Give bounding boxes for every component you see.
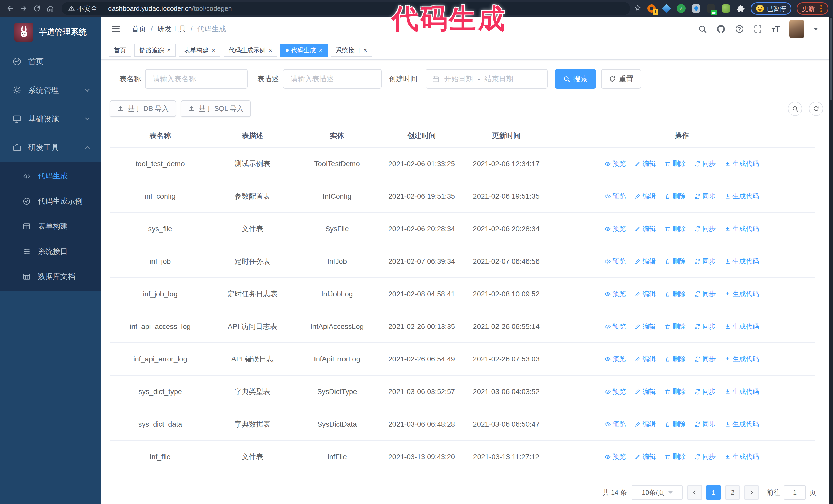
sync-link[interactable]: 同步 (695, 289, 716, 298)
security-chip[interactable]: 不安全 (68, 4, 97, 13)
browser-menu-icon[interactable] (820, 8, 822, 9)
update-browser-button[interactable]: 更新 (796, 2, 828, 15)
goto-page-input[interactable] (784, 485, 806, 500)
generate-code-link[interactable]: 生成代码 (724, 452, 759, 461)
delete-link[interactable]: 删除 (665, 159, 686, 168)
edit-link[interactable]: 编辑 (635, 419, 656, 429)
sidebar-subitem-form-builder[interactable]: 表单构建 (0, 214, 101, 239)
preview-link[interactable]: 预览 (604, 322, 626, 331)
close-icon[interactable]: × (212, 47, 215, 54)
github-icon[interactable] (716, 24, 725, 33)
fullscreen-icon[interactable] (753, 24, 763, 33)
extension-icon-grid[interactable] (691, 4, 701, 13)
prev-page-button[interactable] (687, 485, 702, 500)
sidebar-item-system-management[interactable]: 系统管理 (0, 76, 101, 104)
delete-link[interactable]: 删除 (665, 355, 686, 363)
preview-link[interactable]: 预览 (604, 159, 626, 168)
sidebar-subitem-system-api[interactable]: 系统接口 (0, 239, 101, 264)
extensions-puzzle-icon[interactable] (736, 4, 745, 13)
address-bar[interactable]: 不安全 dashboard.yudao.iocoder.cn/tool/code… (62, 2, 630, 15)
browser-home-icon[interactable] (45, 3, 56, 14)
tab-form-builder[interactable]: 表单构建× (179, 44, 220, 57)
tab-trace[interactable]: 链路追踪× (134, 44, 176, 57)
close-icon[interactable]: × (269, 47, 272, 54)
generate-code-link[interactable]: 生成代码 (724, 289, 759, 298)
edit-link[interactable]: 编辑 (635, 257, 656, 266)
extension-icon-gem[interactable] (662, 4, 671, 13)
generate-code-link[interactable]: 生成代码 (724, 224, 759, 233)
end-date-placeholder[interactable]: 结束日期 (484, 74, 513, 84)
sync-link[interactable]: 同步 (695, 322, 716, 331)
edit-link[interactable]: 编辑 (635, 452, 656, 461)
delete-link[interactable]: 删除 (665, 257, 686, 266)
delete-link[interactable]: 删除 (665, 224, 686, 233)
date-range-picker[interactable]: 开始日期 - 结束日期 (426, 69, 548, 89)
edit-link[interactable]: 编辑 (635, 159, 656, 168)
extension-icon-green[interactable] (721, 4, 731, 13)
start-date-placeholder[interactable]: 开始日期 (444, 74, 473, 84)
preview-link[interactable]: 预览 (604, 224, 626, 233)
sync-link[interactable]: 同步 (695, 387, 716, 396)
tab-home[interactable]: 首页 (109, 44, 131, 57)
tab-codegen[interactable]: 代码生成× (280, 44, 328, 57)
browser-forward-icon[interactable] (18, 3, 29, 14)
delete-link[interactable]: 删除 (665, 452, 686, 461)
browser-reload-icon[interactable] (31, 3, 43, 14)
tab-codegen-example[interactable]: 代码生成示例× (223, 44, 277, 57)
generate-code-link[interactable]: 生成代码 (724, 387, 759, 396)
scrollbar[interactable] (829, 17, 833, 504)
breadcrumb-dev-tools[interactable]: 研发工具 (158, 24, 186, 34)
edit-link[interactable]: 编辑 (635, 355, 656, 363)
page-button-2[interactable]: 2 (725, 485, 740, 500)
page-size-select[interactable]: 10条/页 (632, 485, 683, 500)
preview-link[interactable]: 预览 (604, 192, 626, 201)
sync-link[interactable]: 同步 (695, 355, 716, 363)
breadcrumb-home[interactable]: 首页 (132, 24, 146, 34)
font-size-icon[interactable]: TT (772, 25, 780, 33)
reset-button[interactable]: 重置 (601, 69, 641, 89)
avatar[interactable] (789, 20, 804, 38)
sync-link[interactable]: 同步 (695, 419, 716, 429)
search-button[interactable]: 搜索 (555, 69, 596, 89)
preview-link[interactable]: 预览 (604, 387, 626, 396)
extension-icon-orange[interactable]: 1 (647, 4, 657, 13)
sidebar-item-infrastructure[interactable]: 基础设施 (0, 104, 101, 133)
table-name-input[interactable] (145, 69, 247, 89)
edit-link[interactable]: 编辑 (635, 224, 656, 233)
edit-link[interactable]: 编辑 (635, 289, 656, 298)
generate-code-link[interactable]: 生成代码 (724, 355, 759, 363)
generate-code-link[interactable]: 生成代码 (724, 419, 759, 429)
preview-link[interactable]: 预览 (604, 355, 626, 363)
next-page-button[interactable] (744, 485, 759, 500)
sql-import-button[interactable]: 基于 SQL 导入 (181, 100, 251, 117)
sidebar-item-home[interactable]: 首页 (0, 47, 101, 76)
paused-profile-chip[interactable]: 已暂停 (751, 2, 791, 15)
browser-back-icon[interactable] (5, 3, 16, 14)
generate-code-link[interactable]: 生成代码 (724, 257, 759, 266)
preview-link[interactable]: 预览 (604, 257, 626, 266)
toggle-search-button[interactable] (788, 101, 802, 116)
refresh-table-button[interactable] (809, 101, 823, 116)
hamburger-icon[interactable] (111, 24, 121, 34)
edit-link[interactable]: 编辑 (635, 322, 656, 331)
avatar-caret-icon[interactable] (813, 28, 818, 30)
delete-link[interactable]: 删除 (665, 289, 686, 298)
generate-code-link[interactable]: 生成代码 (724, 159, 759, 168)
help-icon[interactable] (735, 24, 744, 33)
close-icon[interactable]: × (363, 47, 367, 54)
edit-link[interactable]: 编辑 (635, 387, 656, 396)
sync-link[interactable]: 同步 (695, 224, 716, 233)
close-icon[interactable]: × (167, 47, 171, 54)
preview-link[interactable]: 预览 (604, 289, 626, 298)
sync-link[interactable]: 同步 (695, 257, 716, 266)
generate-code-link[interactable]: 生成代码 (724, 322, 759, 331)
sidebar-item-dev-tools[interactable]: 研发工具 (0, 133, 101, 162)
sync-link[interactable]: 同步 (695, 159, 716, 168)
sync-link[interactable]: 同步 (695, 452, 716, 461)
sidebar-subitem-codegen-example[interactable]: 代码生成示例 (0, 189, 101, 214)
sidebar-subitem-database-docs[interactable]: 数据库文档 (0, 264, 101, 289)
bookmark-star-icon[interactable] (634, 4, 642, 13)
sync-link[interactable]: 同步 (695, 192, 716, 201)
db-import-button[interactable]: 基于 DB 导入 (110, 100, 176, 117)
delete-link[interactable]: 删除 (665, 192, 686, 201)
